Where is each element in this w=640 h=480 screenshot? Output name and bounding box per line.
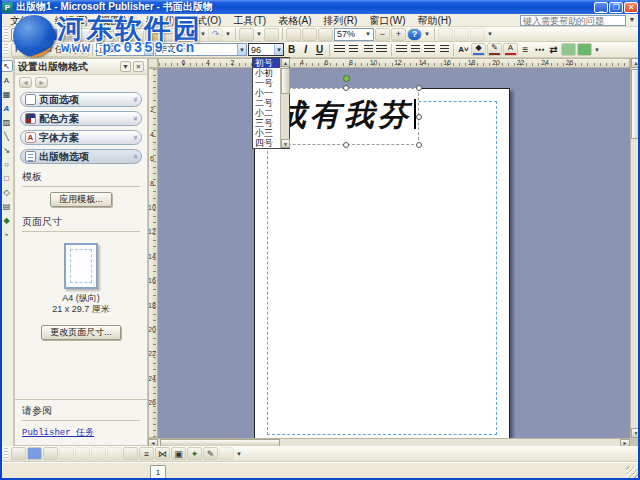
oval-tool-icon[interactable]: ○ <box>1 158 13 170</box>
toolbar-grip[interactable] <box>4 44 8 55</box>
bold-button[interactable]: B <box>285 43 298 56</box>
autoshapes-tool-icon[interactable]: ◇ <box>1 186 13 198</box>
zoom-in-icon[interactable]: + <box>391 28 406 41</box>
section-color-schemes[interactable]: 配色方案 » <box>20 111 142 126</box>
spelling-icon[interactable]: abc <box>91 28 106 41</box>
print-preview-icon[interactable] <box>75 28 90 41</box>
text-box-tool-icon[interactable]: A <box>1 74 13 86</box>
text-wrapping-icon[interactable]: ▣ <box>171 447 186 460</box>
publisher-tasks-link[interactable]: Publisher 任务 <box>22 426 140 439</box>
section-font-schemes[interactable]: A 字体方案 » <box>20 130 142 145</box>
insert-picture-icon[interactable] <box>11 447 26 460</box>
font-size-option[interactable]: 小初 <box>253 68 280 78</box>
menu-item[interactable]: 排列(R) <box>318 14 364 27</box>
font-color-button[interactable]: A <box>503 43 518 56</box>
font-size-combo[interactable]: 96▼ <box>248 43 284 56</box>
maximize-button[interactable]: ❐ <box>609 2 623 13</box>
scrollbar-thumb[interactable] <box>631 69 640 139</box>
shadow-style-button[interactable] <box>561 43 576 56</box>
help-dropdown-icon[interactable]: ▼ <box>627 16 637 23</box>
picture-frame-tool-icon[interactable]: ▨ <box>1 116 13 128</box>
web-toolbar-options-icon[interactable]: ▼ <box>486 28 494 41</box>
select-tool-icon[interactable]: ↖ <box>1 60 13 72</box>
menu-item[interactable]: 文件(F) <box>4 14 49 27</box>
menu-item[interactable]: 插入(I) <box>139 14 180 27</box>
scroll-up-icon[interactable]: ▲ <box>631 58 640 68</box>
font-size-option[interactable]: 一号 <box>253 78 280 88</box>
scroll-up-icon[interactable]: ▲ <box>281 58 290 67</box>
font-size-option[interactable]: 二号 <box>253 98 280 108</box>
style-dropdown-icon[interactable]: ▼ <box>144 44 153 55</box>
menu-item[interactable]: 帮助(H) <box>412 14 458 27</box>
resize-handle[interactable] <box>416 85 422 91</box>
font-combo[interactable]: 华文行楷▼ <box>155 43 247 56</box>
minimize-button[interactable]: _ <box>594 2 608 13</box>
insert-table-tool-icon[interactable]: ▦ <box>1 88 13 100</box>
font-size-option[interactable]: 小一 <box>253 88 280 98</box>
increase-indent-button[interactable] <box>437 43 450 56</box>
boundaries-guides-icon[interactable] <box>318 28 333 41</box>
scroll-down-icon[interactable]: ▼ <box>281 139 290 148</box>
copy-icon[interactable] <box>129 28 144 41</box>
taskpane-dropdown-icon[interactable]: ▼ <box>120 61 131 72</box>
arrow-style-button[interactable]: ⇄ <box>547 43 560 56</box>
save-icon[interactable] <box>43 28 58 41</box>
toolbar-options-icon[interactable]: ▼ <box>423 28 431 41</box>
resize-handle[interactable] <box>416 114 422 120</box>
menu-item[interactable]: 格式(O) <box>181 14 227 27</box>
zoom-combo[interactable]: 57%▼ <box>334 28 374 41</box>
paste-icon[interactable] <box>145 28 160 41</box>
set-transparent-color-icon[interactable]: ✎ <box>203 447 218 460</box>
contrast-up-icon[interactable] <box>43 447 58 460</box>
scroll-down-icon[interactable]: ▼ <box>631 428 640 438</box>
dash-style-button[interactable]: ⋯ <box>533 43 546 56</box>
new-document-icon[interactable] <box>11 28 26 41</box>
rotate-left-icon[interactable] <box>123 447 138 460</box>
zoom-tool-icon[interactable] <box>286 28 301 41</box>
zoom-dropdown-icon[interactable]: ▼ <box>365 31 371 37</box>
line-color-button[interactable]: ✎ <box>487 43 502 56</box>
wordart-tool-icon[interactable]: A <box>1 102 13 114</box>
underline-button[interactable]: U <box>313 43 326 56</box>
section-publication-options[interactable]: 出版物选项 » <box>20 149 142 164</box>
font-size-option[interactable]: 小三 <box>253 128 280 138</box>
resize-handle[interactable] <box>343 85 349 91</box>
bullets-button[interactable] <box>409 43 422 56</box>
page-sorter[interactable]: 1 <box>150 465 166 479</box>
threed-style-button[interactable] <box>577 43 592 56</box>
align-center-button[interactable] <box>347 43 360 56</box>
menu-item[interactable]: 视图(V) <box>94 14 139 27</box>
toolbar-options-icon[interactable]: ▼ <box>235 447 243 460</box>
horizontal-scrollbar[interactable]: ◄ ► <box>148 438 630 446</box>
help-icon[interactable]: ? <box>407 28 422 41</box>
taskpane-back-button[interactable]: ◄ <box>19 77 32 88</box>
close-button[interactable]: ✕ <box>624 2 638 13</box>
dropdown-scrollbar[interactable]: ▲ ▼ <box>280 58 289 148</box>
section-page-options[interactable]: 页面选项 » <box>20 92 142 107</box>
horizontal-ruler[interactable]: 246 2468101214161820222426 <box>158 58 630 68</box>
taskpane-forward-button[interactable]: ► <box>35 77 48 88</box>
decrease-font-size-button[interactable]: A˅ <box>457 43 470 56</box>
line-width-button[interactable]: ≡ <box>519 43 532 56</box>
format-painter-icon[interactable] <box>161 28 176 41</box>
objects-toolbar-options-icon[interactable]: » <box>1 228 13 240</box>
publisher-tasks-button[interactable]: Publisher 任务(K) <box>11 43 89 57</box>
line-spacing-button[interactable] <box>375 43 388 56</box>
free-rotate-icon[interactable] <box>264 28 279 41</box>
compress-pictures-icon[interactable]: ⋈ <box>155 447 170 460</box>
line-border-style-icon[interactable]: ≡ <box>139 447 154 460</box>
cut-icon[interactable]: ✂ <box>113 28 128 41</box>
toolbar-grip[interactable] <box>4 29 8 40</box>
decrease-indent-button[interactable] <box>423 43 436 56</box>
undo-dropdown-icon[interactable]: ▼ <box>199 28 207 41</box>
undo-icon[interactable]: ↶ <box>183 28 198 41</box>
rectangle-tool-icon[interactable]: □ <box>1 172 13 184</box>
font-size-option[interactable]: 小二 <box>253 108 280 118</box>
align-left-button[interactable] <box>333 43 346 56</box>
style-combo[interactable]: 正文▼ <box>96 43 154 56</box>
redo-icon[interactable]: ↷ <box>208 28 223 41</box>
font-dropdown-icon[interactable]: ▼ <box>237 44 246 55</box>
color-mode-icon[interactable] <box>27 447 42 460</box>
numbering-button[interactable] <box>395 43 408 56</box>
rotate-handle[interactable] <box>343 75 350 82</box>
